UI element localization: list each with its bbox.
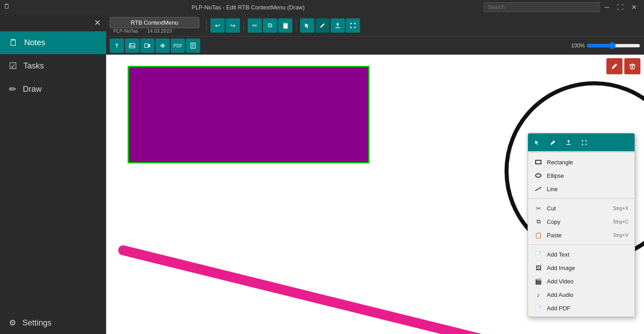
video-icon [144, 43, 150, 49]
ctx-rectangle-item[interactable]: Rectangle [528, 155, 635, 169]
sidebar-item-settings[interactable]: ⚙ Settings [0, 312, 106, 334]
ctx-copy-icon: ⧉ [534, 218, 542, 226]
title-bar: 🗒 PLP-NoTas - Edit RTB ContextMenu (Draw… [0, 0, 644, 14]
note-meta-row: PLP-NoTas 14.03.2023 [113, 28, 199, 34]
svg-point-2 [130, 44, 131, 45]
ctx-paste-shortcut: Strg+V [613, 232, 628, 238]
zoom-slider[interactable] [587, 42, 640, 49]
title-bar-right: ─ ⛶ ✕ [484, 2, 640, 13]
svg-rect-0 [335, 27, 340, 28]
sidebar-item-notes[interactable]: 🗒 Notes [0, 31, 106, 54]
note-info: RTB ContextMenu PLP-NoTas 14.03.2023 [110, 17, 199, 34]
ctx-cut-item[interactable]: ✂ Cut Strg+X [528, 201, 635, 215]
note-project: PLP-NoTas [113, 28, 138, 34]
toolbar-separator-1 [206, 20, 207, 31]
ctx-transform-button[interactable] [577, 135, 591, 150]
ctx-copy-item[interactable]: ⧉ Copy Strg+C [528, 215, 635, 228]
add-pdf-button[interactable]: PDF [171, 39, 185, 53]
settings-icon: ⚙ [9, 318, 16, 328]
note-date: 14.03.2023 [147, 28, 172, 34]
ctx-paste-label: Paste [547, 232, 609, 239]
toolbar-separator-3 [296, 20, 296, 31]
ctx-cut-icon: ✂ [534, 204, 542, 212]
pencil-icon [319, 22, 326, 29]
ctx-add-text-item[interactable]: 📄 Add Text [528, 248, 635, 261]
ctx-cut-shortcut: Strg+X [613, 206, 628, 211]
paste-button[interactable]: 📋 [278, 18, 292, 33]
ctx-sep-3 [528, 244, 635, 245]
context-menu: Rectangle Ellipse Line [528, 133, 635, 317]
delete-button[interactable] [624, 58, 640, 74]
pink-line[interactable] [123, 250, 572, 334]
app-icon: 🗒 [4, 3, 13, 12]
sidebar-item-notes-label: Notes [24, 38, 45, 47]
select-tool-button[interactable] [300, 18, 314, 33]
sidebar-item-draw[interactable]: ✏ Draw [0, 77, 106, 101]
ctx-upload-button[interactable] [561, 135, 575, 150]
add-note-button[interactable] [186, 39, 200, 53]
svg-rect-1 [129, 43, 135, 48]
draw-icon: ✏ [9, 84, 17, 94]
close-button[interactable]: ✕ [628, 2, 640, 13]
add-image-button[interactable] [125, 39, 139, 53]
toolbar-area: RTB ContextMenu PLP-NoTas 14.03.2023 ↩ ↪… [106, 14, 644, 55]
ctx-rect-shape-icon [534, 158, 542, 166]
ctx-add-image-label: Add Image [547, 265, 628, 271]
sidebar: ✕ 🗒 Notes ☑ Tasks ✏ Draw ⚙ Settings [0, 14, 106, 334]
ctx-paste-item[interactable]: 📋 Paste Strg+V [528, 228, 635, 242]
ctx-line-item[interactable]: Line [528, 182, 635, 196]
toolbar-separator-2 [244, 20, 244, 31]
search-input[interactable] [484, 2, 600, 12]
right-panel: RTB ContextMenu PLP-NoTas 14.03.2023 ↩ ↪… [106, 14, 644, 334]
ctx-copy-label: Copy [547, 218, 608, 225]
rect-shape [535, 160, 541, 164]
edit-button[interactable] [606, 58, 623, 74]
add-video-button[interactable] [140, 39, 155, 53]
add-text-button[interactable]: T [110, 39, 124, 53]
context-menu-toolbar [528, 133, 635, 151]
minimize-button[interactable]: ─ [601, 2, 613, 13]
ctx-copy-shortcut: Strg+C [613, 219, 628, 224]
svg-rect-3 [145, 44, 148, 47]
audio-icon [159, 43, 166, 49]
ctx-ellipse-item[interactable]: Ellipse [528, 169, 635, 182]
ctx-cut-label: Cut [547, 205, 609, 212]
redo-button[interactable]: ↪ [226, 18, 240, 33]
transform-tool-button[interactable] [346, 18, 360, 33]
ctx-draw-button[interactable] [545, 135, 560, 150]
undo-button[interactable]: ↩ [210, 18, 225, 33]
zoom-label: 100% [571, 43, 585, 49]
sidebar-item-tasks[interactable]: ☑ Tasks [0, 54, 106, 77]
image-icon [129, 43, 135, 49]
draw-tool-button[interactable] [315, 18, 330, 33]
tasks-icon: ☑ [9, 60, 17, 71]
ctx-add-image-item[interactable]: 🖼 Add Image [528, 261, 635, 274]
copy-button[interactable]: ⧉ [263, 18, 277, 33]
ellipse-shape [535, 173, 541, 178]
upload-tool-button[interactable] [331, 18, 345, 33]
ctx-add-audio-item[interactable]: ♪ Add Audio [528, 288, 635, 301]
trash-icon [629, 63, 636, 70]
cut-button[interactable]: ✂ [248, 18, 262, 33]
sidebar-item-tasks-label: Tasks [23, 61, 44, 71]
sidebar-item-draw-label: Draw [23, 85, 42, 94]
sidebar-close-button[interactable]: ✕ [89, 14, 106, 31]
ctx-clipboard-section: ✂ Cut Strg+X ⧉ Copy Strg+C 📋 Paste Strg+… [528, 200, 635, 244]
ctx-add-text-icon: 📄 [534, 250, 542, 258]
title-bar-left: 🗒 [4, 3, 13, 12]
ctx-add-pdf-icon: 📄 [534, 304, 542, 312]
ctx-add-video-item[interactable]: 🎬 Add Video [528, 274, 635, 288]
sidebar-settings-label: Settings [22, 318, 52, 328]
canvas-area[interactable]: Rectangle Ellipse Line [106, 55, 644, 334]
purple-rectangle[interactable] [128, 66, 369, 163]
ctx-add-video-icon: 🎬 [534, 277, 542, 285]
ctx-select-icon [534, 140, 540, 146]
select-icon [304, 22, 310, 29]
undo-redo-group: ↩ ↪ [210, 18, 240, 33]
ctx-add-pdf-item[interactable]: 📄 Add PDF [528, 301, 635, 315]
ctx-add-image-icon: 🖼 [534, 264, 542, 272]
maximize-button[interactable]: ⛶ [614, 2, 627, 13]
ctx-select-button[interactable] [530, 135, 544, 150]
draw-tools-group [300, 18, 360, 33]
add-audio-button[interactable] [155, 39, 170, 53]
